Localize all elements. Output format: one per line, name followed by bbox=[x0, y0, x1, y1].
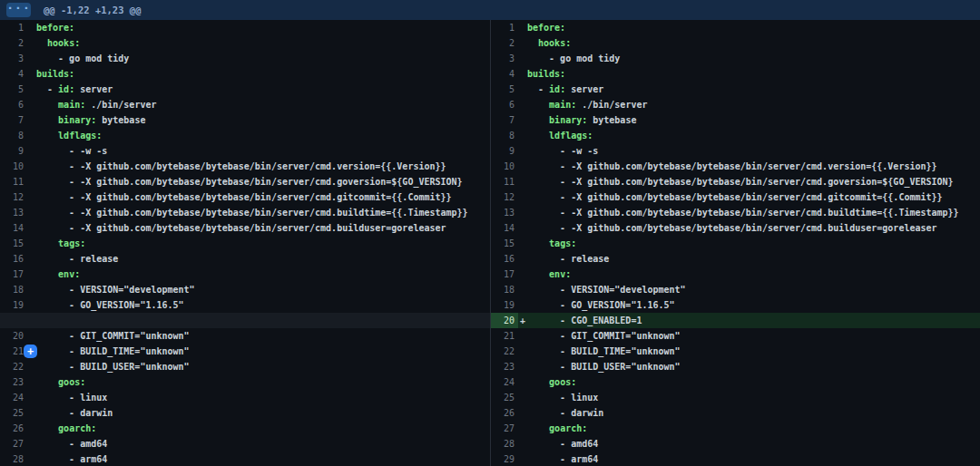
diff-line-row: 21 - GIT_COMMIT="unknown" bbox=[491, 328, 980, 344]
line-number[interactable]: 28 bbox=[0, 451, 27, 466]
line-number[interactable]: 7 bbox=[0, 112, 27, 128]
code-text-token: - bbox=[527, 84, 549, 94]
line-number[interactable]: 16 bbox=[0, 251, 27, 267]
code-text-token: - -X github.com/bytebase/bytebase/bin/se… bbox=[36, 192, 452, 202]
line-number[interactable]: 27 bbox=[491, 421, 518, 436]
code-line: - BUILD_USER="unknown" bbox=[527, 359, 980, 374]
line-number[interactable]: 4 bbox=[0, 66, 27, 82]
line-number[interactable]: 25 bbox=[491, 390, 518, 405]
line-number[interactable]: 14 bbox=[491, 220, 518, 236]
hunk-range-label: @@ -1,22 +1,23 @@ bbox=[44, 5, 141, 15]
line-number[interactable]: 3 bbox=[0, 51, 27, 66]
line-number[interactable]: 16 bbox=[491, 251, 518, 267]
line-number[interactable]: 15 bbox=[0, 236, 27, 251]
line-number[interactable]: 11 bbox=[0, 174, 27, 189]
line-number[interactable]: 19 bbox=[0, 297, 27, 313]
code-line: binary: bytebase bbox=[527, 112, 980, 128]
code-text-token: - -X github.com/bytebase/bytebase/bin/se… bbox=[36, 208, 468, 218]
code-line: - amd64 bbox=[36, 436, 490, 451]
line-number[interactable]: 17 bbox=[491, 267, 518, 282]
line-number[interactable]: 19 bbox=[491, 297, 518, 313]
diff-marker bbox=[27, 97, 36, 112]
line-number[interactable]: 18 bbox=[491, 282, 518, 297]
line-number[interactable]: 26 bbox=[0, 421, 27, 436]
line-number[interactable]: 27 bbox=[0, 436, 27, 451]
line-number[interactable]: 11 bbox=[491, 174, 518, 189]
add-comment-button[interactable]: + bbox=[24, 345, 37, 358]
line-number[interactable]: 20 bbox=[0, 328, 27, 344]
line-number[interactable]: 17 bbox=[0, 267, 27, 282]
line-number[interactable]: 1 bbox=[0, 20, 27, 35]
line-number[interactable]: 2 bbox=[0, 35, 27, 51]
line-number[interactable]: 7 bbox=[491, 112, 518, 128]
line-number[interactable]: 12 bbox=[0, 189, 27, 205]
line-number[interactable]: 10 bbox=[0, 159, 27, 174]
line-number[interactable]: 23 bbox=[0, 374, 27, 390]
line-number[interactable]: 29 bbox=[491, 451, 518, 466]
diff-pane-old: 1before:2 hooks:3 - go mod tidy4builds:5… bbox=[0, 20, 490, 466]
yaml-key-token: tags: bbox=[549, 238, 576, 248]
diff-marker bbox=[27, 251, 36, 267]
line-number[interactable]: 28 bbox=[491, 436, 518, 451]
line-number[interactable]: 22 bbox=[0, 359, 27, 374]
diff-line-row: 18 - VERSION="development" bbox=[491, 282, 980, 297]
line-number[interactable]: 2 bbox=[491, 35, 518, 51]
diff-marker bbox=[518, 405, 527, 421]
diff-marker bbox=[518, 159, 527, 174]
line-number[interactable]: 4 bbox=[491, 66, 518, 82]
line-number[interactable]: 3 bbox=[491, 51, 518, 66]
code-text-token: bytebase bbox=[96, 115, 145, 125]
code-line: tags: bbox=[36, 236, 490, 251]
code-line: - -X github.com/bytebase/bytebase/bin/se… bbox=[36, 159, 490, 174]
code-line: - darwin bbox=[36, 405, 490, 421]
diff-marker bbox=[518, 359, 527, 374]
line-number[interactable]: 8 bbox=[0, 128, 27, 143]
code-line: - -X github.com/bytebase/bytebase/bin/se… bbox=[527, 159, 980, 174]
code-text-token: - release bbox=[527, 254, 609, 264]
line-number[interactable]: 23 bbox=[491, 359, 518, 374]
line-number[interactable]: 18 bbox=[0, 282, 27, 297]
code-line: - release bbox=[36, 251, 490, 267]
line-number[interactable]: 24 bbox=[491, 374, 518, 390]
diff-line-row: 27 goarch: bbox=[491, 421, 980, 436]
line-number[interactable]: 6 bbox=[491, 97, 518, 112]
diff-marker bbox=[518, 112, 527, 128]
line-number[interactable]: 14 bbox=[0, 220, 27, 236]
line-number[interactable]: 6 bbox=[0, 97, 27, 112]
line-number[interactable]: 24 bbox=[0, 390, 27, 405]
diff-marker bbox=[518, 236, 527, 251]
line-number[interactable]: 26 bbox=[491, 405, 518, 421]
line-number[interactable]: 20 bbox=[491, 313, 518, 328]
code-line: - CGO_ENABLED=1 bbox=[527, 313, 980, 328]
line-number[interactable]: 9 bbox=[0, 143, 27, 159]
diff-marker bbox=[518, 128, 527, 143]
code-line: - BUILD_USER="unknown" bbox=[36, 359, 490, 374]
expand-hunk-button[interactable]: ··· bbox=[6, 3, 31, 17]
line-number[interactable]: 22 bbox=[491, 344, 518, 359]
line-number[interactable]: 21 bbox=[491, 328, 518, 344]
code-text-token: - -w -s bbox=[36, 146, 107, 156]
line-number[interactable]: 9 bbox=[491, 143, 518, 159]
diff-marker bbox=[27, 174, 36, 189]
code-line: - -X github.com/bytebase/bytebase/bin/se… bbox=[527, 174, 980, 189]
line-number[interactable]: 5 bbox=[491, 82, 518, 97]
line-number[interactable]: 5 bbox=[0, 82, 27, 97]
diff-line-row: 23 - BUILD_USER="unknown" bbox=[491, 359, 980, 374]
yaml-key-token: goarch: bbox=[58, 423, 96, 433]
line-number[interactable]: 8 bbox=[491, 128, 518, 143]
diff-line-row: 10 - -X github.com/bytebase/bytebase/bin… bbox=[0, 159, 490, 174]
diff-view: ··· @@ -1,22 +1,23 @@ 1before:2 hooks:3 … bbox=[0, 0, 980, 466]
line-number[interactable]: 15 bbox=[491, 236, 518, 251]
yaml-key-token: ldflags: bbox=[58, 131, 102, 141]
line-number[interactable]: 1 bbox=[491, 20, 518, 35]
code-text-token: - VERSION="development" bbox=[527, 285, 686, 295]
code-line: env: bbox=[527, 267, 980, 282]
line-number[interactable]: 10 bbox=[491, 159, 518, 174]
line-number[interactable]: 25 bbox=[0, 405, 27, 421]
line-number[interactable]: 13 bbox=[0, 205, 27, 220]
line-number[interactable]: 12 bbox=[491, 189, 518, 205]
diff-marker bbox=[518, 220, 527, 236]
line-number[interactable]: 13 bbox=[491, 205, 518, 220]
diff-line-row: 27 - amd64 bbox=[0, 436, 490, 451]
code-line: - -X github.com/bytebase/bytebase/bin/se… bbox=[36, 189, 490, 205]
